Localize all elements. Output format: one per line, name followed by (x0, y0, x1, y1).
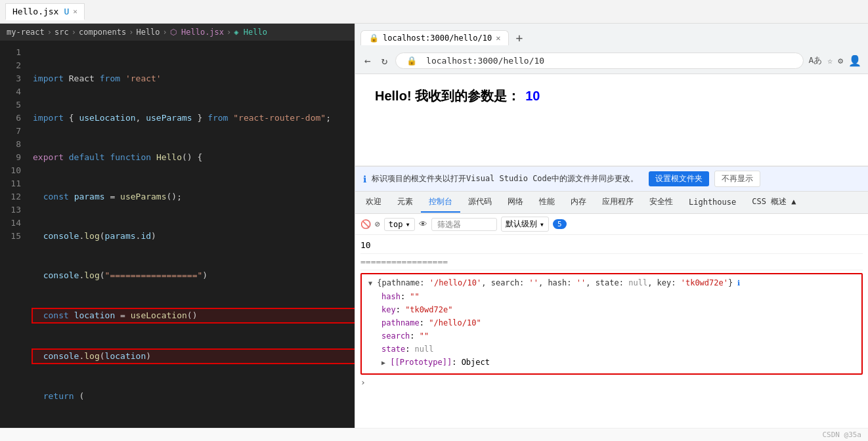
bc-hello: Hello (136, 28, 160, 37)
level-label: 默认级别 (506, 219, 537, 230)
obj-summary: ▼ {pathname: '/hello/10', search: '', ha… (368, 278, 855, 287)
user-icon: 👤 (848, 54, 861, 67)
console-eq-text: ================= (360, 257, 448, 266)
page-main-text: Hello! 我收到的参数是： (375, 89, 520, 103)
browser-tabs: 🔒 localhost:3000/hello/10 ✕ + (355, 24, 868, 47)
bc-hello-comp: ◈ Hello (234, 28, 267, 37)
tab-memory[interactable]: 内存 (563, 192, 594, 213)
proto-expand-icon[interactable]: ▶ (381, 359, 385, 366)
footer-text: CSDN @35a (822, 430, 861, 439)
info-icon: ℹ (363, 174, 366, 184)
tab-lighthouse[interactable]: Lighthouse (681, 194, 744, 212)
chevron-down-icon: ▾ (406, 220, 410, 229)
bc-components: components (79, 28, 126, 37)
console-output: 10 ================= ▼ {pathname: '/hell… (355, 235, 868, 428)
console-value-10: 10 (360, 240, 371, 250)
tab-css[interactable]: CSS 概述 ▲ (744, 192, 804, 213)
secure-icon: 🔒 (406, 56, 417, 66)
code-line-8: console.log(location) (33, 350, 355, 363)
log-level-selector[interactable]: 默认级别 ▾ (501, 217, 549, 232)
bc-sep1: › (47, 28, 52, 37)
devtools-panel: ℹ 标识项目的根文件夹以打开Visual Studio Code中的源文件并同步… (355, 166, 868, 428)
eye-icon[interactable]: 👁 (419, 219, 427, 229)
bc-my-react: my-react (7, 28, 45, 37)
obj-field-pathname: pathname: "/hello/10" (381, 316, 855, 329)
main-content: my-react › src › components › Hello › ⬡ … (0, 24, 868, 428)
bc-hello-jsx: ⬡ Hello.jsx (170, 28, 224, 37)
bookmark-icon: ☆ (827, 56, 833, 66)
console-line-10: 10 (360, 238, 863, 254)
back-button[interactable]: ← (362, 53, 374, 68)
bc-src: src (54, 28, 69, 37)
level-chevron-icon: ▾ (540, 220, 544, 229)
browser-tab-label: localhost:3000/hello/10 (383, 33, 492, 43)
browser-tab-active[interactable]: 🔒 localhost:3000/hello/10 ✕ (360, 30, 509, 45)
code-line-2: import { useLocation, useParams } from "… (33, 112, 355, 125)
editor-tab-hello[interactable]: Hello.jsx U ✕ (5, 3, 85, 20)
bc-sep2: › (72, 28, 76, 37)
dont-show-button[interactable]: 不再显示 (714, 171, 760, 187)
lock-icon: 🔒 (369, 33, 379, 43)
tab-source[interactable]: 源代码 (460, 192, 500, 213)
banner-text: 标识项目的根文件夹以打开Visual Studio Code中的源文件并同步更改… (372, 173, 638, 184)
tab-application[interactable]: 应用程序 (594, 192, 641, 213)
devtools-tabs: 欢迎 元素 控制台 源代码 网络 性能 内存 应用程序 安全性 Lighthou… (355, 192, 868, 214)
console-object-box: ▼ {pathname: '/hello/10', search: '', ha… (360, 273, 863, 375)
obj-summary-text: {pathname: '/hello/10', search: '', hash… (377, 278, 740, 287)
browser-addr-bar: ← ↻ 🔒 localhost:3000/hello/10 Aあ ☆ ⚙ 👤 (355, 47, 868, 74)
address-bar[interactable]: 🔒 localhost:3000/hello/10 (395, 52, 803, 69)
context-selector[interactable]: top ▾ (384, 218, 415, 231)
refresh-button[interactable]: ↻ (379, 53, 391, 68)
code-line-9: return ( (33, 390, 355, 403)
page-content: Hello! 我收到的参数是：10 (355, 74, 868, 166)
address-text: localhost:3000/hello/10 (426, 56, 544, 66)
obj-field-state: state: null (381, 343, 855, 356)
tab-close-icon[interactable]: ✕ (73, 7, 77, 16)
code-line-6: console.log("=================") (33, 269, 355, 282)
line-numbers: 12345 678910 1112131415 (0, 41, 26, 428)
ban-icon[interactable]: ⊘ (375, 219, 380, 229)
code-line-7: const location = useLocation() (33, 309, 355, 322)
code-area: 12345 678910 1112131415 import React fro… (0, 41, 355, 428)
tab-performance[interactable]: 性能 (531, 192, 563, 213)
code-line-3: export default function Hello() { (33, 151, 355, 164)
tab-console[interactable]: 控制台 (421, 192, 460, 213)
code-lines: import React from 'react' import { useLo… (26, 41, 355, 428)
obj-field-key: key: "tk0wd72e" (381, 303, 855, 316)
tab-network[interactable]: 网络 (500, 192, 531, 213)
browser-tab-close-icon[interactable]: ✕ (496, 33, 500, 43)
filter-input[interactable] (431, 218, 497, 231)
settings-icon: ⚙ (838, 56, 843, 66)
bc-sep3: › (129, 28, 133, 37)
code-line-5: console.log(params.id) (33, 230, 355, 243)
error-count-badge: 5 (553, 219, 567, 229)
console-prompt[interactable]: › (360, 377, 863, 387)
obj-fields: hash: "" key: "tk0wd72e" pathname: "/hel… (368, 290, 855, 369)
code-line-1: import React from 'react' (33, 72, 355, 85)
browser-actions: Aあ ☆ ⚙ 👤 (809, 54, 861, 67)
expand-icon[interactable]: ▼ (368, 280, 372, 287)
page-text: Hello! 我收到的参数是：10 (375, 87, 540, 105)
new-tab-button[interactable]: + (511, 30, 527, 46)
devtools-toolbar: 🚫 ⊘ top ▾ 👁 默认级别 ▾ 5 (355, 214, 868, 235)
browser-panel: 🔒 localhost:3000/hello/10 ✕ + ← ↻ 🔒 loca… (355, 24, 868, 428)
tab-welcome[interactable]: 欢迎 (358, 192, 389, 213)
console-line-eq: ================= (360, 254, 863, 270)
top-label: top (389, 220, 403, 229)
bc-sep4: › (163, 28, 167, 37)
obj-field-hash: hash: "" (381, 290, 855, 303)
translate-icon: Aあ (809, 54, 823, 66)
tab-security[interactable]: 安全性 (641, 192, 681, 213)
set-root-button[interactable]: 设置根文件夹 (649, 171, 709, 186)
footer: CSDN @35a (0, 428, 868, 441)
code-editor: my-react › src › components › Hello › ⬡ … (0, 24, 355, 428)
devtools-banner: ℹ 标识项目的根文件夹以打开Visual Studio Code中的源文件并同步… (355, 167, 868, 192)
browser-chrome: 🔒 localhost:3000/hello/10 ✕ + ← ↻ 🔒 loca… (355, 24, 868, 74)
tab-label: Hello.jsx (12, 7, 58, 16)
clear-icon[interactable]: 🚫 (360, 219, 371, 229)
code-line-4: const params = useParams(); (33, 190, 355, 203)
tab-elements[interactable]: 元素 (389, 192, 421, 213)
bc-sep5: › (227, 28, 231, 37)
editor-tab-bar: Hello.jsx U ✕ (0, 0, 868, 24)
tab-modified: U (64, 7, 69, 16)
